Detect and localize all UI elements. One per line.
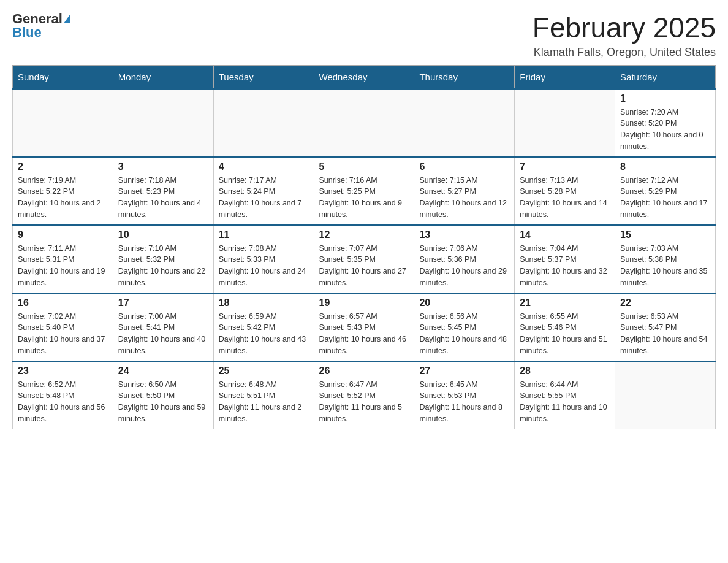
calendar-cell: 7Sunrise: 7:13 AMSunset: 5:28 PMDaylight… xyxy=(515,157,615,225)
title-section: February 2025 Klamath Falls, Oregon, Uni… xyxy=(533,12,716,59)
calendar-cell: 2Sunrise: 7:19 AMSunset: 5:22 PMDaylight… xyxy=(13,157,113,225)
page-header: General Blue February 2025 Klamath Falls… xyxy=(12,12,716,59)
column-header-friday: Friday xyxy=(515,65,615,89)
calendar-cell: 14Sunrise: 7:04 AMSunset: 5:37 PMDayligh… xyxy=(515,225,615,293)
calendar-cell xyxy=(113,89,213,157)
day-info: Sunrise: 6:53 AMSunset: 5:47 PMDaylight:… xyxy=(620,311,710,357)
calendar-cell: 21Sunrise: 6:55 AMSunset: 5:46 PMDayligh… xyxy=(515,293,615,361)
calendar-cell: 16Sunrise: 7:02 AMSunset: 5:40 PMDayligh… xyxy=(13,293,113,361)
day-number: 12 xyxy=(319,229,409,240)
day-info: Sunrise: 7:13 AMSunset: 5:28 PMDaylight:… xyxy=(520,175,610,221)
calendar-cell: 12Sunrise: 7:07 AMSunset: 5:35 PMDayligh… xyxy=(314,225,414,293)
column-header-tuesday: Tuesday xyxy=(213,65,314,89)
calendar-table: SundayMondayTuesdayWednesdayThursdayFrid… xyxy=(12,65,716,429)
day-info: Sunrise: 7:02 AMSunset: 5:40 PMDaylight:… xyxy=(18,311,108,357)
day-number: 23 xyxy=(18,366,108,377)
day-number: 24 xyxy=(118,366,208,377)
calendar-cell: 13Sunrise: 7:06 AMSunset: 5:36 PMDayligh… xyxy=(414,225,515,293)
column-header-sunday: Sunday xyxy=(13,65,113,89)
day-info: Sunrise: 7:19 AMSunset: 5:22 PMDaylight:… xyxy=(18,175,108,221)
calendar-cell: 11Sunrise: 7:08 AMSunset: 5:33 PMDayligh… xyxy=(213,225,314,293)
month-title: February 2025 xyxy=(533,12,716,44)
day-number: 9 xyxy=(18,229,108,240)
day-number: 26 xyxy=(319,366,409,377)
day-number: 11 xyxy=(219,229,309,240)
logo-triangle-icon xyxy=(64,15,70,23)
day-info: Sunrise: 7:11 AMSunset: 5:31 PMDaylight:… xyxy=(18,243,108,289)
day-info: Sunrise: 7:17 AMSunset: 5:24 PMDaylight:… xyxy=(219,175,309,221)
day-info: Sunrise: 6:50 AMSunset: 5:50 PMDaylight:… xyxy=(118,379,208,425)
calendar-cell: 23Sunrise: 6:52 AMSunset: 5:48 PMDayligh… xyxy=(13,361,113,429)
calendar-cell xyxy=(13,89,113,157)
day-info: Sunrise: 6:55 AMSunset: 5:46 PMDaylight:… xyxy=(520,311,610,357)
day-number: 4 xyxy=(219,161,309,172)
week-row-4: 16Sunrise: 7:02 AMSunset: 5:40 PMDayligh… xyxy=(13,293,716,361)
day-number: 3 xyxy=(118,161,208,172)
day-number: 8 xyxy=(620,161,710,172)
day-info: Sunrise: 6:59 AMSunset: 5:42 PMDaylight:… xyxy=(219,311,309,357)
day-number: 15 xyxy=(620,229,710,240)
calendar-cell: 4Sunrise: 7:17 AMSunset: 5:24 PMDaylight… xyxy=(213,157,314,225)
day-info: Sunrise: 7:18 AMSunset: 5:23 PMDaylight:… xyxy=(118,175,208,221)
calendar-cell: 25Sunrise: 6:48 AMSunset: 5:51 PMDayligh… xyxy=(213,361,314,429)
day-number: 7 xyxy=(520,161,610,172)
day-number: 6 xyxy=(419,161,509,172)
calendar-cell: 3Sunrise: 7:18 AMSunset: 5:23 PMDaylight… xyxy=(113,157,213,225)
week-row-1: 1Sunrise: 7:20 AMSunset: 5:20 PMDaylight… xyxy=(13,89,716,157)
day-number: 22 xyxy=(620,297,710,308)
column-header-thursday: Thursday xyxy=(414,65,515,89)
calendar-cell: 15Sunrise: 7:03 AMSunset: 5:38 PMDayligh… xyxy=(615,225,716,293)
day-info: Sunrise: 7:06 AMSunset: 5:36 PMDaylight:… xyxy=(419,243,509,289)
day-info: Sunrise: 7:15 AMSunset: 5:27 PMDaylight:… xyxy=(419,175,509,221)
calendar-cell: 18Sunrise: 6:59 AMSunset: 5:42 PMDayligh… xyxy=(213,293,314,361)
calendar-cell: 5Sunrise: 7:16 AMSunset: 5:25 PMDaylight… xyxy=(314,157,414,225)
calendar-cell: 6Sunrise: 7:15 AMSunset: 5:27 PMDaylight… xyxy=(414,157,515,225)
calendar-cell xyxy=(314,89,414,157)
day-number: 1 xyxy=(620,93,710,104)
day-number: 19 xyxy=(319,297,409,308)
day-info: Sunrise: 7:20 AMSunset: 5:20 PMDaylight:… xyxy=(620,107,710,153)
day-info: Sunrise: 7:12 AMSunset: 5:29 PMDaylight:… xyxy=(620,175,710,221)
calendar-header-row: SundayMondayTuesdayWednesdayThursdayFrid… xyxy=(13,65,716,89)
calendar-cell: 22Sunrise: 6:53 AMSunset: 5:47 PMDayligh… xyxy=(615,293,716,361)
day-number: 5 xyxy=(319,161,409,172)
day-info: Sunrise: 6:45 AMSunset: 5:53 PMDaylight:… xyxy=(419,379,509,425)
logo-general-text: General xyxy=(12,12,63,26)
logo-blue-text: Blue xyxy=(12,26,42,39)
day-number: 10 xyxy=(118,229,208,240)
calendar-cell xyxy=(515,89,615,157)
day-info: Sunrise: 6:56 AMSunset: 5:45 PMDaylight:… xyxy=(419,311,509,357)
day-number: 27 xyxy=(419,366,509,377)
day-info: Sunrise: 7:16 AMSunset: 5:25 PMDaylight:… xyxy=(319,175,409,221)
calendar-cell: 27Sunrise: 6:45 AMSunset: 5:53 PMDayligh… xyxy=(414,361,515,429)
day-number: 2 xyxy=(18,161,108,172)
calendar-cell: 10Sunrise: 7:10 AMSunset: 5:32 PMDayligh… xyxy=(113,225,213,293)
location-text: Klamath Falls, Oregon, United States xyxy=(533,46,716,59)
calendar-cell: 9Sunrise: 7:11 AMSunset: 5:31 PMDaylight… xyxy=(13,225,113,293)
day-number: 20 xyxy=(419,297,509,308)
day-number: 28 xyxy=(520,366,610,377)
calendar-cell: 28Sunrise: 6:44 AMSunset: 5:55 PMDayligh… xyxy=(515,361,615,429)
calendar-cell: 1Sunrise: 7:20 AMSunset: 5:20 PMDaylight… xyxy=(615,89,716,157)
column-header-monday: Monday xyxy=(113,65,213,89)
calendar-cell: 8Sunrise: 7:12 AMSunset: 5:29 PMDaylight… xyxy=(615,157,716,225)
day-number: 21 xyxy=(520,297,610,308)
day-info: Sunrise: 7:00 AMSunset: 5:41 PMDaylight:… xyxy=(118,311,208,357)
day-info: Sunrise: 6:47 AMSunset: 5:52 PMDaylight:… xyxy=(319,379,409,425)
day-info: Sunrise: 7:08 AMSunset: 5:33 PMDaylight:… xyxy=(219,243,309,289)
week-row-5: 23Sunrise: 6:52 AMSunset: 5:48 PMDayligh… xyxy=(13,361,716,429)
week-row-3: 9Sunrise: 7:11 AMSunset: 5:31 PMDaylight… xyxy=(13,225,716,293)
week-row-2: 2Sunrise: 7:19 AMSunset: 5:22 PMDaylight… xyxy=(13,157,716,225)
calendar-cell: 26Sunrise: 6:47 AMSunset: 5:52 PMDayligh… xyxy=(314,361,414,429)
day-number: 14 xyxy=(520,229,610,240)
day-number: 25 xyxy=(219,366,309,377)
calendar-cell xyxy=(414,89,515,157)
calendar-cell: 20Sunrise: 6:56 AMSunset: 5:45 PMDayligh… xyxy=(414,293,515,361)
day-info: Sunrise: 7:04 AMSunset: 5:37 PMDaylight:… xyxy=(520,243,610,289)
calendar-cell xyxy=(615,361,716,429)
calendar-cell: 19Sunrise: 6:57 AMSunset: 5:43 PMDayligh… xyxy=(314,293,414,361)
day-info: Sunrise: 6:52 AMSunset: 5:48 PMDaylight:… xyxy=(18,379,108,425)
day-info: Sunrise: 6:44 AMSunset: 5:55 PMDaylight:… xyxy=(520,379,610,425)
calendar-cell xyxy=(213,89,314,157)
day-info: Sunrise: 7:10 AMSunset: 5:32 PMDaylight:… xyxy=(118,243,208,289)
